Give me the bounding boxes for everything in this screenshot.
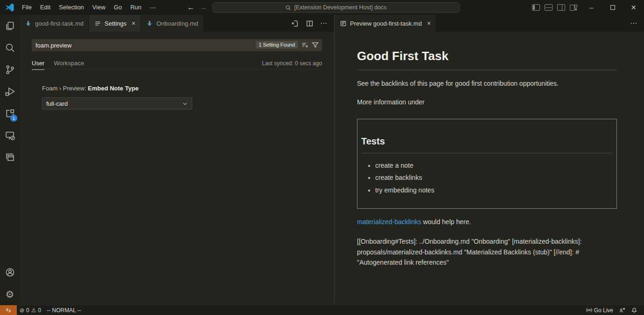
maximize-button[interactable] bbox=[602, 0, 623, 15]
paragraph: More information under bbox=[357, 97, 617, 108]
open-settings-json-icon[interactable] bbox=[291, 20, 299, 27]
error-icon: ⊘ bbox=[20, 307, 24, 314]
broadcast-icon bbox=[586, 307, 592, 313]
settings-search-value: foam.preview bbox=[32, 42, 71, 49]
go-live-label: Go Live bbox=[594, 307, 613, 314]
link-references-text: [[Onboarding#Tests]: ../Onboarding.md "O… bbox=[357, 236, 617, 267]
editor-layouts-icon[interactable] bbox=[0, 146, 20, 168]
explorer-icon[interactable] bbox=[0, 15, 20, 37]
tab-close-button[interactable]: × bbox=[132, 20, 135, 27]
go-live-button[interactable]: Go Live bbox=[583, 305, 616, 315]
nav-forward-button[interactable]: → bbox=[197, 0, 210, 15]
tab-label: Settings bbox=[105, 20, 126, 27]
tab-label: Onboarding.md bbox=[156, 20, 198, 27]
bell-icon bbox=[631, 307, 637, 314]
editor-group-right: Preview good-first-task.md × ⋯ Good Firs… bbox=[335, 15, 644, 305]
activity-bar: 1 ⚙ bbox=[0, 15, 20, 305]
editor-group-left: good-first-task.md Settings × Onboarding… bbox=[20, 15, 335, 305]
scope-tab-workspace[interactable]: Workspace bbox=[54, 60, 84, 69]
title-bar: File Edit Selection View Go Run ⋯ ← → [E… bbox=[0, 0, 644, 15]
menu-edit[interactable]: Edit bbox=[36, 0, 55, 15]
markdown-file-icon bbox=[146, 20, 153, 27]
toggle-sidebar-icon[interactable] bbox=[532, 4, 540, 11]
tab-label: good-first-task.md bbox=[35, 20, 84, 27]
settings-search-input[interactable]: foam.preview 1 Setting Found bbox=[32, 39, 322, 51]
editor-actions-left: ⋯ bbox=[285, 15, 334, 32]
settings-editor: foam.preview 1 Setting Found User Worksp… bbox=[20, 32, 334, 110]
tab-preview[interactable]: Preview good-first-task.md × bbox=[335, 15, 436, 32]
setting-label: Foam › Preview: Embed Note Type bbox=[42, 85, 322, 92]
customize-layout-icon[interactable] bbox=[570, 4, 578, 11]
feedback-icon bbox=[619, 307, 625, 314]
toggle-secondary-sidebar-icon[interactable] bbox=[557, 4, 565, 11]
toggle-panel-icon[interactable] bbox=[545, 4, 553, 11]
tab-bar-left: good-first-task.md Settings × Onboarding… bbox=[20, 15, 334, 32]
search-sidebar-icon[interactable] bbox=[0, 37, 20, 59]
chevron-down-icon bbox=[182, 101, 188, 107]
vim-mode-status[interactable]: -- NORMAL -- bbox=[44, 305, 84, 315]
menu-file[interactable]: File bbox=[18, 0, 36, 15]
menu-run[interactable]: Run bbox=[126, 0, 146, 15]
setting-name: Embed Note Type bbox=[88, 85, 139, 92]
embed-note-type-select[interactable]: full-card bbox=[42, 97, 192, 110]
accounts-icon[interactable] bbox=[0, 261, 20, 283]
page-title: Good First Task bbox=[357, 47, 617, 70]
vim-mode-label: -- NORMAL -- bbox=[47, 307, 81, 314]
maximize-icon bbox=[610, 5, 615, 10]
menu-go[interactable]: Go bbox=[110, 0, 126, 15]
warning-count: 0 bbox=[38, 307, 42, 314]
scope-tab-user[interactable]: User bbox=[32, 60, 44, 70]
setting-embed-note-type: Foam › Preview: Embed Note Type full-car… bbox=[42, 85, 322, 110]
notifications-button[interactable] bbox=[628, 305, 640, 315]
link-suffix-text: would help here. bbox=[421, 218, 471, 226]
extensions-icon[interactable]: 1 bbox=[0, 103, 20, 124]
layout-controls bbox=[532, 0, 578, 15]
tab-settings[interactable]: Settings × bbox=[89, 15, 141, 32]
paragraph: materialized-backlinks would help here. bbox=[357, 217, 617, 227]
paragraph: See the backlinks of this page for good … bbox=[357, 79, 617, 89]
embedded-note-title: Tests bbox=[361, 134, 613, 153]
editor-actions-right: ⋯ bbox=[623, 15, 644, 32]
close-window-button[interactable]: ✕ bbox=[623, 0, 644, 15]
run-debug-icon[interactable] bbox=[0, 81, 20, 103]
remote-explorer-icon[interactable] bbox=[0, 124, 20, 146]
settings-scope-tabs: User Workspace Last synced: 0 secs ago bbox=[32, 58, 322, 70]
select-value: full-card bbox=[46, 100, 68, 107]
markdown-preview-icon bbox=[340, 20, 347, 27]
nav-back-button[interactable]: ← bbox=[185, 0, 197, 15]
menu-view[interactable]: View bbox=[88, 0, 110, 15]
filter-icon[interactable] bbox=[311, 41, 319, 49]
more-actions-button[interactable]: ⋯ bbox=[630, 19, 637, 27]
search-icon bbox=[285, 5, 291, 11]
embedded-note-card: Tests create a note create backlinks try… bbox=[357, 119, 617, 209]
problems-status-button[interactable]: ⊘ 0 ⚠ 0 bbox=[17, 305, 44, 315]
extensions-badge: 1 bbox=[10, 115, 17, 122]
editor-area: good-first-task.md Settings × Onboarding… bbox=[20, 15, 644, 305]
remote-indicator-button[interactable] bbox=[0, 305, 17, 315]
split-editor-icon[interactable] bbox=[306, 20, 314, 27]
tab-onboarding[interactable]: Onboarding.md bbox=[141, 15, 204, 32]
menu-selection[interactable]: Selection bbox=[55, 0, 88, 15]
tab-close-button[interactable]: × bbox=[427, 20, 431, 27]
command-center-label: [Extension Development Host] docs bbox=[294, 4, 386, 11]
menu-overflow-button[interactable]: ⋯ bbox=[146, 4, 160, 11]
tab-good-first-task[interactable]: good-first-task.md bbox=[20, 15, 89, 32]
markdown-preview: Good First Task See the backlinks of thi… bbox=[335, 32, 644, 268]
feedback-button[interactable] bbox=[616, 305, 628, 315]
error-count: 0 bbox=[26, 307, 29, 314]
settings-editor-icon bbox=[94, 20, 101, 27]
minimize-button[interactable]: – bbox=[581, 0, 602, 15]
list-item: create backlinks bbox=[375, 173, 613, 183]
source-control-icon[interactable] bbox=[0, 59, 20, 81]
command-center-search[interactable]: [Extension Development Host] docs bbox=[212, 2, 460, 13]
list-item: create a note bbox=[375, 161, 613, 171]
setting-category: Foam › Preview: bbox=[42, 85, 88, 92]
clear-search-icon[interactable] bbox=[301, 41, 309, 49]
list-item: try embedding notes bbox=[375, 185, 613, 196]
materialized-backlinks-link[interactable]: materialized-backlinks bbox=[357, 218, 421, 226]
settings-gear-icon[interactable]: ⚙ bbox=[0, 283, 20, 305]
vscode-logo-icon bbox=[6, 3, 14, 12]
status-bar-right: Go Live bbox=[583, 305, 644, 315]
more-actions-button[interactable]: ⋯ bbox=[320, 19, 328, 27]
remote-icon bbox=[5, 307, 12, 314]
